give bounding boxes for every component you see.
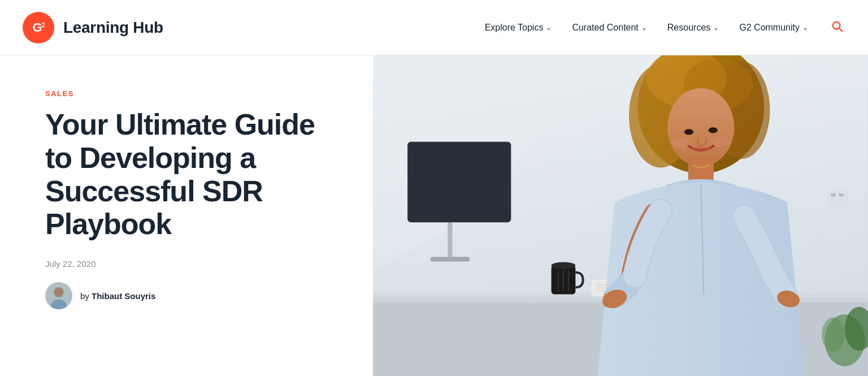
g2-logo[interactable]: G2: [23, 12, 54, 44]
nav-curated-content-label: Curated Content: [572, 23, 638, 33]
svg-point-3: [51, 299, 67, 309]
nav-explore-topics-label: Explore Topics: [485, 23, 544, 33]
author-full-name: Thibaut Souyris: [92, 291, 155, 301]
article-date: July 22, 2020: [45, 259, 339, 269]
chevron-down-icon: ⌄: [713, 24, 719, 32]
svg-point-2: [54, 287, 64, 297]
site-header: G2 Learning Hub Explore Topics ⌄ Curated…: [0, 0, 868, 55]
chevron-down-icon: ⌄: [641, 24, 647, 32]
author-prefix: by: [80, 291, 89, 301]
main-content: SALES Your Ultimate Guide to Developing …: [0, 55, 868, 376]
article-info: SALES Your Ultimate Guide to Developing …: [0, 55, 373, 376]
svg-point-39: [712, 137, 731, 147]
hero-scene: [373, 55, 868, 376]
nav-curated-content[interactable]: Curated Content ⌄: [572, 23, 646, 33]
logo-text: G2: [32, 21, 44, 34]
nav-g2-community[interactable]: G2 Community ⌄: [739, 23, 808, 33]
svg-rect-8: [431, 257, 470, 261]
svg-point-42: [822, 317, 845, 352]
article-category[interactable]: SALES: [45, 89, 339, 98]
article-hero-image: [373, 55, 868, 376]
article-title: Your Ultimate Guide to Developing a Succ…: [45, 108, 339, 241]
search-button[interactable]: [828, 18, 845, 38]
chevron-down-icon: ⌄: [802, 24, 808, 32]
svg-point-36: [684, 129, 693, 135]
svg-rect-45: [839, 193, 844, 196]
main-nav: Explore Topics ⌄ Curated Content ⌄ Resou…: [485, 18, 845, 38]
logo-superscript: 2: [42, 21, 45, 28]
svg-point-37: [709, 127, 718, 133]
svg-rect-43: [828, 191, 848, 207]
nav-explore-topics[interactable]: Explore Topics ⌄: [485, 23, 552, 33]
svg-point-31: [668, 88, 735, 166]
logo-area: G2 Learning Hub: [23, 12, 163, 44]
author-row: by Thibaut Souyris: [45, 282, 339, 309]
site-title: Learning Hub: [63, 19, 163, 37]
svg-line-1: [839, 28, 842, 31]
avatar: [45, 282, 72, 309]
author-name: by Thibaut Souyris: [80, 291, 155, 301]
svg-point-20: [552, 262, 576, 269]
nav-g2-community-label: G2 Community: [739, 23, 800, 33]
svg-rect-7: [448, 222, 453, 257]
svg-rect-44: [831, 193, 836, 196]
chevron-down-icon: ⌄: [546, 24, 552, 32]
svg-rect-11: [411, 145, 509, 219]
svg-point-38: [672, 139, 691, 149]
nav-resources-label: Resources: [667, 23, 710, 33]
nav-resources[interactable]: Resources ⌄: [667, 23, 719, 33]
